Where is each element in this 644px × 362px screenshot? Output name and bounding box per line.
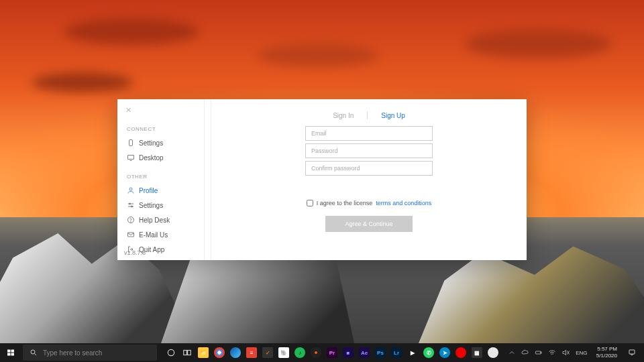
telegram-icon[interactable]: ➤ bbox=[437, 345, 452, 361]
sidebar-item-label: E-Mail Us bbox=[139, 231, 168, 239]
sidebar-item-email[interactable]: E-Mail Us bbox=[125, 228, 204, 241]
svg-rect-20 bbox=[188, 351, 191, 355]
svg-rect-22 bbox=[541, 352, 541, 353]
svg-rect-10 bbox=[128, 233, 134, 237]
sidebar-item-label: Settings bbox=[139, 202, 163, 209]
sidebar-item-profile[interactable]: Profile bbox=[125, 184, 204, 197]
sidebar-item-connect-settings[interactable]: Settings bbox=[125, 136, 204, 149]
clock-time: 5:57 PM bbox=[596, 346, 617, 353]
sidebar-item-helpdesk[interactable]: Help Desk bbox=[125, 213, 204, 227]
agree-checkbox[interactable] bbox=[307, 200, 313, 206]
resolve-icon[interactable] bbox=[309, 345, 323, 361]
evernote-icon[interactable]: 🐘 bbox=[276, 345, 291, 361]
user-icon bbox=[127, 186, 135, 194]
agree-text: I agree to the license bbox=[317, 200, 373, 206]
svg-rect-21 bbox=[535, 351, 541, 354]
search-icon bbox=[30, 349, 38, 357]
mail-icon bbox=[127, 231, 135, 239]
tray-expand-icon[interactable] bbox=[508, 349, 516, 357]
svg-rect-13 bbox=[11, 350, 15, 353]
svg-point-3 bbox=[129, 188, 132, 190]
desktop-wallpaper: ✕ CONNECT Settings Desktop OTHER Profile… bbox=[0, 0, 644, 362]
sidebar-item-label: Help Desk bbox=[139, 217, 170, 224]
agree-continue-button[interactable]: Agree & Continue bbox=[325, 216, 413, 232]
windows-icon bbox=[7, 349, 15, 357]
svg-rect-19 bbox=[184, 351, 187, 355]
running-app-icon[interactable] bbox=[486, 345, 500, 361]
svg-rect-14 bbox=[7, 353, 11, 356]
section-connect-label: CONNECT bbox=[127, 126, 204, 132]
confirm-password-field[interactable] bbox=[305, 161, 433, 176]
help-icon bbox=[127, 216, 135, 224]
monitor-icon bbox=[127, 154, 135, 162]
cleaner-icon[interactable]: ✓ bbox=[260, 345, 275, 361]
mediaencoder-icon[interactable]: ■ bbox=[341, 345, 356, 361]
action-center-icon[interactable] bbox=[625, 349, 639, 357]
task-view-icon[interactable] bbox=[180, 345, 195, 361]
chrome-icon[interactable] bbox=[212, 345, 227, 361]
svg-rect-15 bbox=[11, 353, 15, 356]
auth-tabs: Sign In Sign Up bbox=[319, 111, 419, 119]
close-icon[interactable]: ✕ bbox=[125, 106, 131, 115]
search-placeholder: Type here to search bbox=[43, 349, 102, 357]
play-icon[interactable]: ▶ bbox=[405, 345, 420, 361]
wifi-icon[interactable] bbox=[548, 349, 556, 357]
battery-icon[interactable] bbox=[535, 349, 543, 357]
whatsapp-icon[interactable]: ✆ bbox=[421, 345, 436, 361]
phone-icon bbox=[127, 139, 135, 147]
agree-row: I agree to the license terms and conditi… bbox=[307, 200, 432, 206]
cortana-icon[interactable] bbox=[164, 345, 178, 361]
svg-marker-23 bbox=[563, 351, 566, 355]
photoshop-icon[interactable]: Ps bbox=[373, 345, 388, 361]
edge-icon[interactable] bbox=[228, 345, 243, 361]
svg-rect-0 bbox=[129, 140, 133, 146]
sidebar-item-desktop[interactable]: Desktop bbox=[125, 151, 204, 164]
todoist-icon[interactable]: ≡ bbox=[244, 345, 259, 361]
svg-rect-26 bbox=[629, 350, 635, 354]
taskbar-search[interactable]: Type here to search bbox=[23, 345, 157, 361]
volume-icon[interactable] bbox=[561, 349, 570, 357]
spotify-icon[interactable]: ♪ bbox=[292, 345, 307, 361]
main-panel: Sign In Sign Up I agree to the license t… bbox=[211, 99, 527, 260]
tab-signin[interactable]: Sign In bbox=[319, 112, 367, 119]
svg-rect-12 bbox=[7, 350, 11, 353]
email-field[interactable] bbox=[305, 126, 433, 141]
sliders-icon bbox=[127, 201, 135, 209]
lightroom-icon[interactable]: Lr bbox=[389, 345, 404, 361]
aftereffects-icon[interactable]: Ae bbox=[357, 345, 372, 361]
svg-point-18 bbox=[168, 349, 174, 355]
onedrive-icon[interactable] bbox=[521, 349, 529, 357]
svg-point-16 bbox=[31, 350, 35, 354]
system-tray: ENG 5:57 PM 5/1/2020 bbox=[508, 346, 644, 359]
record-icon[interactable] bbox=[453, 345, 468, 361]
section-other-label: OTHER bbox=[127, 174, 204, 180]
premiere-icon[interactable]: Pr bbox=[325, 345, 339, 361]
svg-rect-1 bbox=[128, 156, 134, 160]
sidebar-item-settings[interactable]: Settings bbox=[125, 198, 204, 212]
sidebar: CONNECT Settings Desktop OTHER Profile S… bbox=[117, 99, 205, 260]
terms-link[interactable]: terms and conditions bbox=[376, 200, 431, 206]
sidebar-item-label: Settings bbox=[139, 139, 163, 147]
sidebar-item-label: Profile bbox=[139, 187, 158, 194]
file-explorer-icon[interactable]: 📁 bbox=[196, 345, 211, 361]
taskbar-pinned: 📁 ≡ ✓ 🐘 ♪ Pr ■ Ae Ps Lr ▶ ✆ ➤ ▦ bbox=[164, 345, 500, 361]
tab-signup[interactable]: Sign Up bbox=[368, 112, 419, 119]
sidebar-item-label: Desktop bbox=[139, 154, 164, 162]
taskbar-clock[interactable]: 5:57 PM 5/1/2020 bbox=[594, 346, 620, 359]
svg-point-9 bbox=[131, 222, 131, 223]
start-button[interactable] bbox=[0, 343, 21, 362]
taskbar: Type here to search 📁 ≡ ✓ 🐘 ♪ Pr ■ Ae Ps… bbox=[0, 343, 644, 362]
clock-date: 5/1/2020 bbox=[596, 353, 617, 359]
language-icon[interactable]: ENG bbox=[575, 349, 588, 357]
svg-line-17 bbox=[35, 354, 37, 356]
app-window: ✕ CONNECT Settings Desktop OTHER Profile… bbox=[117, 99, 527, 260]
version-label: v1.8.7.8 bbox=[124, 249, 146, 256]
password-field[interactable] bbox=[305, 143, 433, 158]
calculator-icon[interactable]: ▦ bbox=[470, 345, 484, 361]
